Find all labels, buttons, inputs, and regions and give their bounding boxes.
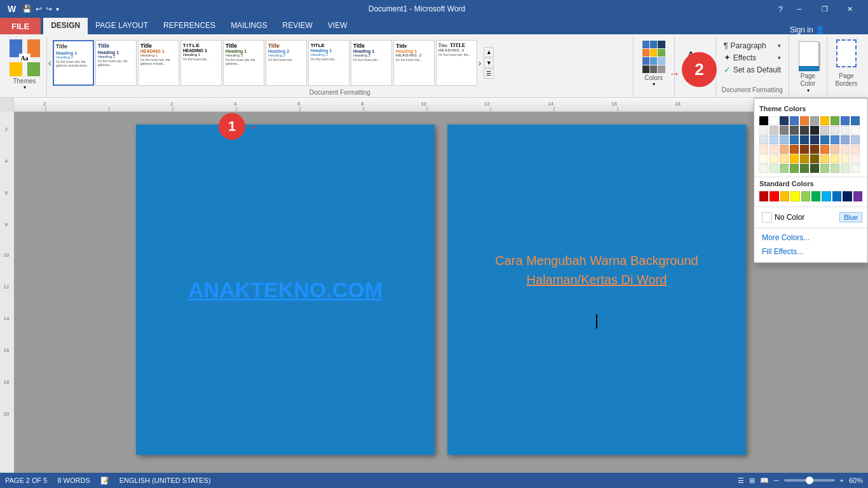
theme-swatch[interactable] bbox=[841, 116, 850, 125]
theme-swatch[interactable] bbox=[759, 164, 768, 173]
theme-swatch[interactable] bbox=[770, 116, 778, 125]
scroll-up-btn[interactable]: ▲ bbox=[484, 47, 494, 57]
format-thumb-1[interactable]: Title Heading 1 Heading 2 On the Insert … bbox=[95, 40, 137, 86]
themes-button[interactable]: Aa Themes ▾ bbox=[10, 39, 40, 90]
restore-btn[interactable]: ❐ bbox=[812, 0, 837, 18]
theme-swatch[interactable] bbox=[851, 145, 860, 154]
theme-swatch[interactable] bbox=[790, 135, 799, 144]
zoom-in-btn[interactable]: + bbox=[840, 477, 844, 484]
sign-in[interactable]: Sign in 👤 bbox=[785, 25, 830, 34]
effects-btn[interactable]: ✦ Effects ▾ bbox=[721, 51, 783, 64]
theme-swatch[interactable] bbox=[841, 154, 850, 163]
theme-swatch[interactable] bbox=[800, 126, 809, 135]
format-thumb-0[interactable]: Title Heading 1 Heading 2 On the Insert … bbox=[53, 40, 94, 86]
theme-swatch[interactable] bbox=[831, 164, 839, 173]
theme-swatch[interactable] bbox=[790, 154, 799, 163]
theme-swatch[interactable] bbox=[810, 116, 819, 125]
std-swatch-0[interactable] bbox=[759, 191, 768, 201]
theme-swatch[interactable] bbox=[851, 164, 860, 173]
view-layout-icon[interactable]: ⊞ bbox=[749, 477, 755, 485]
std-swatch-7[interactable] bbox=[832, 191, 841, 201]
qs-dropdown-icon[interactable]: ▾ bbox=[56, 6, 59, 13]
std-swatch-5[interactable] bbox=[811, 191, 820, 201]
format-thumb-2[interactable]: Title HEADING 1 Heading 1 On the Insert … bbox=[138, 40, 179, 86]
std-swatch-6[interactable] bbox=[822, 191, 831, 201]
format-thumb-4[interactable]: Title Heading 1 Heading 3 On the Insert … bbox=[223, 40, 264, 86]
theme-swatch[interactable] bbox=[851, 116, 860, 125]
qs-save-icon[interactable]: 💾 bbox=[22, 4, 32, 13]
std-swatch-1[interactable] bbox=[770, 191, 778, 201]
theme-swatch[interactable] bbox=[800, 116, 809, 125]
scroll-down-btn[interactable]: ▼ bbox=[484, 58, 494, 68]
theme-swatch[interactable] bbox=[820, 154, 829, 163]
std-swatch-2[interactable] bbox=[780, 191, 789, 201]
close-btn[interactable]: ✕ bbox=[837, 0, 863, 18]
tab-review[interactable]: REVIEW bbox=[275, 18, 320, 34]
page-color-dropdown[interactable]: ▾ bbox=[807, 88, 810, 93]
view-normal-icon[interactable]: ☰ bbox=[738, 477, 744, 485]
page-color-btn[interactable]: PageColor ▾ bbox=[797, 39, 820, 93]
theme-swatch[interactable] bbox=[831, 126, 839, 135]
std-swatch-4[interactable] bbox=[801, 191, 810, 201]
tab-mailings[interactable]: MAILINGS bbox=[223, 18, 275, 34]
tab-page-layout[interactable]: PAGE LAYOUT bbox=[88, 18, 156, 34]
theme-swatch[interactable] bbox=[831, 145, 839, 154]
colors-dropdown-icon[interactable]: ▾ bbox=[653, 81, 655, 87]
theme-swatch[interactable] bbox=[841, 135, 850, 144]
minimize-btn[interactable]: ─ bbox=[787, 0, 812, 18]
theme-swatch[interactable] bbox=[780, 135, 789, 144]
theme-swatch[interactable] bbox=[759, 135, 768, 144]
theme-swatch[interactable] bbox=[759, 126, 768, 135]
theme-swatch[interactable] bbox=[841, 126, 850, 135]
qs-redo-icon[interactable]: ↪ bbox=[46, 4, 52, 13]
theme-swatch[interactable] bbox=[800, 154, 809, 163]
no-color-btn[interactable]: No Color bbox=[759, 211, 807, 224]
theme-swatch[interactable] bbox=[820, 116, 829, 125]
help-icon[interactable]: ? bbox=[775, 4, 787, 14]
theme-swatch[interactable] bbox=[841, 164, 850, 173]
format-thumb-7[interactable]: Title Heading 1 Heading 2 On the Insert … bbox=[351, 40, 392, 86]
theme-swatch[interactable] bbox=[800, 145, 809, 154]
theme-swatch[interactable] bbox=[780, 126, 789, 135]
theme-swatch[interactable] bbox=[770, 126, 778, 135]
theme-swatch[interactable] bbox=[810, 145, 819, 154]
theme-swatch[interactable] bbox=[831, 135, 839, 144]
theme-swatch[interactable] bbox=[770, 145, 778, 154]
tab-design[interactable]: DESIGN bbox=[43, 18, 88, 34]
theme-swatch[interactable] bbox=[851, 135, 860, 144]
themes-dropdown-icon[interactable]: ▾ bbox=[24, 85, 26, 90]
theme-swatch[interactable] bbox=[820, 145, 829, 154]
theme-swatch[interactable] bbox=[820, 126, 829, 135]
format-thumb-8[interactable]: Title Heading 1 HEADING 2 On the Insert … bbox=[393, 40, 435, 86]
theme-swatch[interactable] bbox=[770, 135, 778, 144]
tab-view[interactable]: VIEW bbox=[320, 18, 355, 34]
theme-swatch[interactable] bbox=[780, 145, 789, 154]
theme-swatch[interactable] bbox=[820, 135, 829, 144]
file-tab[interactable]: FILE bbox=[0, 18, 41, 34]
qs-undo-icon[interactable]: ↩ bbox=[36, 4, 42, 13]
theme-swatch[interactable] bbox=[851, 126, 860, 135]
fill-effects-btn[interactable]: Fill Effects... bbox=[754, 245, 867, 259]
theme-swatch[interactable] bbox=[759, 116, 768, 125]
theme-swatch[interactable] bbox=[800, 164, 809, 173]
std-swatch-8[interactable] bbox=[843, 191, 851, 201]
paragraph-spacing-btn[interactable]: ¶ Paragraph ▾ bbox=[721, 39, 783, 51]
thumb-scroll-right[interactable]: › bbox=[477, 57, 483, 69]
theme-swatch[interactable] bbox=[770, 154, 778, 163]
theme-swatch[interactable] bbox=[831, 154, 839, 163]
theme-swatch[interactable] bbox=[810, 135, 819, 144]
theme-swatch[interactable] bbox=[800, 135, 809, 144]
format-thumb-5[interactable]: Title Heading 2 Heading 2 On the Insert … bbox=[266, 40, 307, 86]
theme-swatch[interactable] bbox=[810, 126, 819, 135]
zoom-out-btn[interactable]: ─ bbox=[774, 477, 779, 484]
paragraph-dropdown[interactable]: ▾ bbox=[778, 43, 781, 49]
format-thumb-9[interactable]: Tms TITLE HEADING 2 On the Insert tab, t… bbox=[436, 40, 477, 86]
page-borders-btn[interactable]: PageBorders bbox=[835, 39, 858, 88]
theme-swatch[interactable] bbox=[841, 145, 850, 154]
theme-swatch[interactable] bbox=[790, 116, 799, 125]
theme-swatch[interactable] bbox=[759, 154, 768, 163]
theme-swatch[interactable] bbox=[780, 116, 789, 125]
effects-dropdown[interactable]: ▾ bbox=[778, 55, 781, 61]
theme-swatch[interactable] bbox=[790, 145, 799, 154]
view-read-icon[interactable]: 📖 bbox=[760, 477, 769, 485]
